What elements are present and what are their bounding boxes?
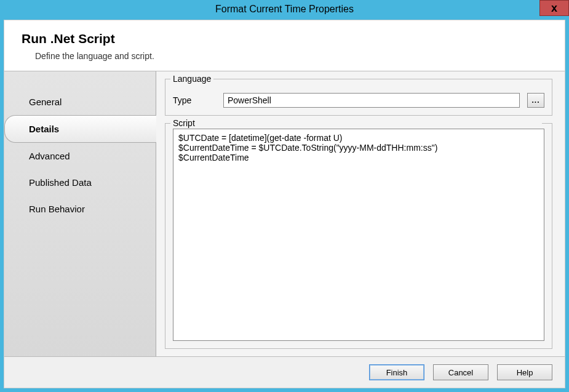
language-fieldset: Language Type ... [165,79,552,116]
type-input[interactable] [223,93,520,108]
finish-button[interactable]: Finish [369,364,424,380]
content-area: General Details Advanced Published Data … [4,71,565,356]
close-icon: x [551,2,557,15]
cancel-button[interactable]: Cancel [433,364,488,380]
sidebar-item-label: Run Behavior [29,204,85,214]
dialog-window: Format Current Time Properties x Run .Ne… [0,0,569,392]
sidebar-item-label: Advanced [29,151,70,161]
type-label: Type [173,95,216,105]
window-title: Format Current Time Properties [215,4,354,15]
dialog-body: Run .Net Script Define the language and … [4,20,565,388]
sidebar-item-label: Published Data [29,177,92,188]
ellipsis-icon: ... [531,96,539,105]
script-textarea[interactable] [173,129,544,341]
script-legend: Script [170,118,542,128]
script-fieldset: Script [165,123,552,349]
dialog-footer: Finish Cancel Help [4,356,565,388]
sidebar-item-run-behavior[interactable]: Run Behavior [4,196,156,222]
dialog-header: Run .Net Script Define the language and … [4,20,565,71]
sidebar-item-general[interactable]: General [4,89,156,115]
close-button[interactable]: x [539,0,569,16]
sidebar-item-details[interactable]: Details [4,115,156,143]
help-button[interactable]: Help [497,364,552,380]
page-description: Define the language and script. [35,51,547,61]
sidebar-item-label: Details [29,124,59,134]
sidebar-item-published-data[interactable]: Published Data [4,169,156,196]
sidebar-item-advanced[interactable]: Advanced [4,143,156,169]
sidebar: General Details Advanced Published Data … [4,71,156,356]
page-title: Run .Net Script [22,31,547,46]
sidebar-item-label: General [29,97,62,107]
titlebar: Format Current Time Properties x [0,0,569,18]
language-legend: Language [170,74,213,84]
browse-button[interactable]: ... [527,93,544,108]
main-panel: Language Type ... Script [156,71,565,356]
language-row: Type ... [173,93,544,108]
